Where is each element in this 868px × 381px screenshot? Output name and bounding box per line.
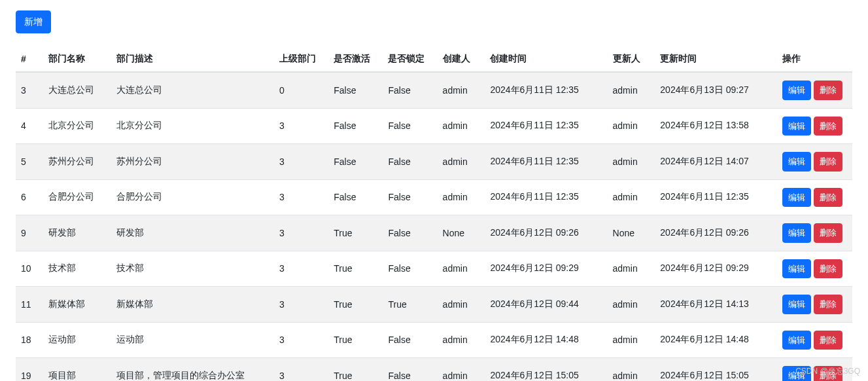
delete-button[interactable]: 删除 <box>814 223 842 243</box>
header-ctime: 创建时间 <box>485 46 607 72</box>
cell-utime: 2024年6月12日 09:26 <box>655 215 777 251</box>
cell-locked: False <box>383 72 437 108</box>
cell-creator: None <box>438 215 485 251</box>
cell-parent: 3 <box>274 287 328 323</box>
cell-num: 3 <box>16 72 43 108</box>
cell-updater: admin <box>608 322 655 358</box>
edit-button[interactable]: 编辑 <box>782 81 811 100</box>
cell-ctime: 2024年6月12日 15:05 <box>485 358 607 382</box>
delete-button[interactable]: 删除 <box>814 81 842 100</box>
cell-desc: 北京分公司 <box>111 108 275 144</box>
cell-action: 编辑删除 <box>777 72 852 108</box>
edit-button[interactable]: 编辑 <box>782 366 811 381</box>
cell-name: 项目部 <box>43 358 111 382</box>
table-row: 5苏州分公司苏州分公司3FalseFalseadmin2024年6月11日 12… <box>16 144 852 180</box>
edit-button[interactable]: 编辑 <box>782 152 811 172</box>
cell-parent: 3 <box>274 322 328 358</box>
header-name: 部门名称 <box>43 46 111 72</box>
cell-action: 编辑删除 <box>777 215 852 251</box>
table-row: 19项目部项目部，管理项目的综合办公室3TrueFalseadmin2024年6… <box>16 358 852 382</box>
cell-utime: 2024年6月12日 13:58 <box>655 108 777 144</box>
cell-ctime: 2024年6月11日 12:35 <box>485 72 607 108</box>
cell-creator: admin <box>438 144 485 180</box>
department-table: # 部门名称 部门描述 上级部门 是否激活 是否锁定 创建人 创建时间 更新人 … <box>16 46 852 381</box>
cell-desc: 研发部 <box>111 215 275 251</box>
edit-button[interactable]: 编辑 <box>782 295 811 314</box>
table-row: 9研发部研发部3TrueFalseNone2024年6月12日 09:26Non… <box>16 215 852 251</box>
cell-num: 11 <box>16 287 43 323</box>
toolbar: 新增 <box>16 10 852 33</box>
cell-num: 5 <box>16 144 43 180</box>
edit-button[interactable]: 编辑 <box>782 331 811 350</box>
cell-updater: admin <box>608 358 655 382</box>
delete-button[interactable]: 删除 <box>814 152 842 172</box>
header-creator: 创建人 <box>438 46 485 72</box>
cell-locked: False <box>383 179 437 215</box>
edit-button[interactable]: 编辑 <box>782 223 811 243</box>
delete-button[interactable]: 删除 <box>814 259 842 279</box>
header-action: 操作 <box>777 46 852 72</box>
cell-num: 18 <box>16 322 43 358</box>
edit-button[interactable]: 编辑 <box>782 117 811 136</box>
cell-locked: False <box>383 215 437 251</box>
cell-ctime: 2024年6月12日 14:48 <box>485 322 607 358</box>
cell-active: True <box>328 251 383 287</box>
table-header-row: # 部门名称 部门描述 上级部门 是否激活 是否锁定 创建人 创建时间 更新人 … <box>16 46 852 72</box>
cell-utime: 2024年6月12日 14:07 <box>655 144 777 180</box>
cell-utime: 2024年6月12日 15:05 <box>655 358 777 382</box>
cell-updater: admin <box>608 108 655 144</box>
cell-name: 大连总公司 <box>43 72 111 108</box>
cell-locked: False <box>383 108 437 144</box>
cell-desc: 合肥分公司 <box>111 179 275 215</box>
cell-name: 合肥分公司 <box>43 179 111 215</box>
edit-button[interactable]: 编辑 <box>782 188 811 208</box>
cell-active: True <box>328 322 383 358</box>
cell-updater: admin <box>608 251 655 287</box>
header-utime: 更新时间 <box>655 46 777 72</box>
cell-active: False <box>328 72 383 108</box>
cell-action: 编辑删除 <box>777 179 852 215</box>
cell-utime: 2024年6月11日 12:35 <box>655 179 777 215</box>
cell-desc: 项目部，管理项目的综合办公室 <box>111 358 275 382</box>
cell-action: 编辑删除 <box>777 108 852 144</box>
header-desc: 部门描述 <box>111 46 275 72</box>
table-row: 6合肥分公司合肥分公司3FalseFalseadmin2024年6月11日 12… <box>16 179 852 215</box>
header-num: # <box>16 46 43 72</box>
cell-action: 编辑删除 <box>777 358 852 382</box>
cell-active: True <box>328 358 383 382</box>
cell-name: 技术部 <box>43 251 111 287</box>
delete-button[interactable]: 删除 <box>814 188 842 208</box>
cell-num: 4 <box>16 108 43 144</box>
cell-name: 苏州分公司 <box>43 144 111 180</box>
cell-active: False <box>328 144 383 180</box>
cell-desc: 苏州分公司 <box>111 144 275 180</box>
cell-parent: 3 <box>274 251 328 287</box>
cell-ctime: 2024年6月11日 12:35 <box>485 144 607 180</box>
cell-name: 运动部 <box>43 322 111 358</box>
cell-updater: admin <box>608 72 655 108</box>
cell-updater: None <box>608 215 655 251</box>
delete-button[interactable]: 删除 <box>814 331 842 350</box>
table-row: 3大连总公司大连总公司0FalseFalseadmin2024年6月11日 12… <box>16 72 852 108</box>
cell-updater: admin <box>608 287 655 323</box>
edit-button[interactable]: 编辑 <box>782 259 811 279</box>
delete-button[interactable]: 删除 <box>814 117 842 136</box>
cell-creator: admin <box>438 358 485 382</box>
cell-action: 编辑删除 <box>777 251 852 287</box>
table-row: 10技术部技术部3TrueFalseadmin2024年6月12日 09:29a… <box>16 251 852 287</box>
cell-action: 编辑删除 <box>777 322 852 358</box>
header-parent: 上级部门 <box>274 46 328 72</box>
cell-name: 研发部 <box>43 215 111 251</box>
cell-locked: True <box>383 287 437 323</box>
add-button[interactable]: 新增 <box>16 10 51 33</box>
cell-parent: 3 <box>274 144 328 180</box>
header-active: 是否激活 <box>328 46 383 72</box>
table-row: 11新媒体部新媒体部3TrueTrueadmin2024年6月12日 09:44… <box>16 287 852 323</box>
header-updater: 更新人 <box>608 46 655 72</box>
cell-locked: False <box>383 322 437 358</box>
delete-button[interactable]: 删除 <box>814 295 842 314</box>
cell-num: 6 <box>16 179 43 215</box>
cell-locked: False <box>383 251 437 287</box>
delete-button[interactable]: 删除 <box>814 366 842 381</box>
table-row: 4北京分公司北京分公司3FalseFalseadmin2024年6月11日 12… <box>16 108 852 144</box>
